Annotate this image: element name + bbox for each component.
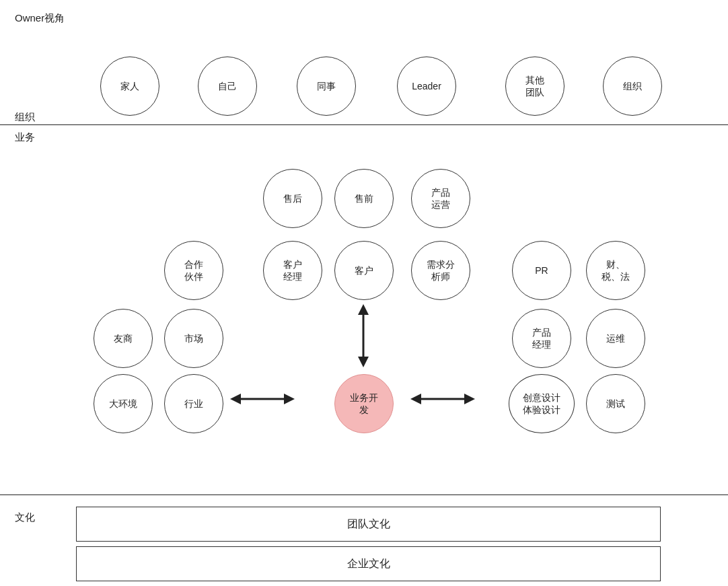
circle-yunwei: 运维 bbox=[586, 309, 645, 368]
circle-pr: PR bbox=[512, 241, 571, 300]
circle-qitaduiwu: 其他团队 bbox=[505, 57, 565, 116]
circle-tongshi: 同事 bbox=[297, 57, 356, 116]
section-label-business: 业务 bbox=[15, 131, 35, 144]
circle-caishui: 财、税、法 bbox=[586, 241, 645, 300]
vertical-arrow bbox=[343, 303, 384, 370]
circle-leader: Leader bbox=[397, 57, 456, 116]
divider-culture bbox=[0, 495, 728, 495]
circle-kehu: 客户 bbox=[334, 241, 394, 300]
circle-kehujingli: 客户经理 bbox=[263, 241, 322, 300]
page-title: Owner视角 bbox=[15, 12, 65, 25]
circle-zuzhi: 组织 bbox=[603, 57, 662, 116]
culture-box-enterprise: 企业文化 bbox=[76, 546, 661, 581]
svg-marker-4 bbox=[230, 394, 241, 404]
svg-marker-1 bbox=[358, 304, 369, 315]
circle-shichang: 市场 bbox=[164, 309, 223, 368]
circle-hangye: 行业 bbox=[164, 374, 223, 433]
circle-xuqiu: 需求分析师 bbox=[411, 241, 470, 300]
svg-marker-5 bbox=[284, 394, 295, 404]
circle-hezuohuoban: 合作伙伴 bbox=[164, 241, 223, 300]
circle-dahuanjing: 大环境 bbox=[94, 374, 153, 433]
svg-marker-2 bbox=[358, 357, 369, 367]
circle-pinpinyunying: 产品运营 bbox=[411, 169, 470, 228]
section-label-culture: 文化 bbox=[15, 511, 35, 524]
left-arrow bbox=[229, 379, 296, 419]
divider-org bbox=[0, 124, 728, 125]
right-arrow bbox=[409, 379, 476, 419]
circle-pinjingli: 产品经理 bbox=[512, 309, 571, 368]
circle-shouqian: 售前 bbox=[334, 169, 394, 228]
svg-marker-8 bbox=[464, 394, 475, 404]
circle-chuangyi: 创意设计体验设计 bbox=[509, 374, 575, 433]
circle-jiaren: 家人 bbox=[100, 57, 159, 116]
culture-box-team: 团队文化 bbox=[76, 507, 661, 542]
circle-ceshi: 测试 bbox=[586, 374, 645, 433]
circle-yewukaifa: 业务开发 bbox=[334, 374, 394, 433]
svg-marker-7 bbox=[410, 394, 421, 404]
circle-shouhou: 售后 bbox=[263, 169, 322, 228]
circle-youshang: 友商 bbox=[94, 309, 153, 368]
section-label-org: 组织 bbox=[15, 111, 35, 124]
circle-ziji: 自己 bbox=[198, 57, 257, 116]
